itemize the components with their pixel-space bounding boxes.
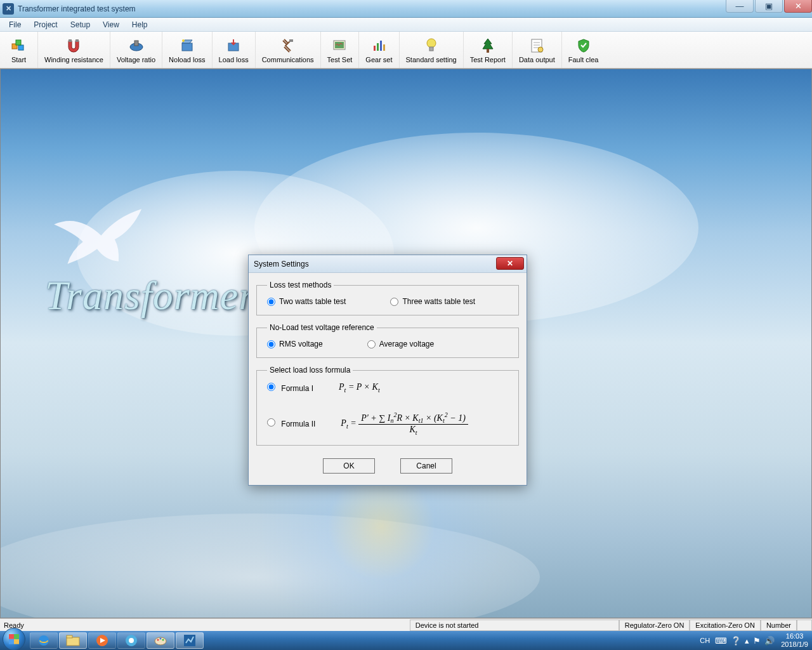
menu-file[interactable]: File (3, 19, 27, 30)
tool-label: Noload loss (169, 56, 205, 63)
menu-help[interactable]: Help (126, 19, 154, 30)
group-loss-test-methods: Loss test methods Two watts table test T… (256, 281, 519, 315)
tool-label: Voltage ratio (117, 56, 155, 63)
radio-label: RMS voltage (279, 340, 323, 348)
radio-two-watts[interactable]: Two watts table test (267, 297, 346, 306)
tool-load-loss[interactable]: Load loss (213, 32, 256, 68)
bulb-icon (422, 37, 440, 55)
tool-label: Start (11, 56, 26, 63)
taskbar: CH ⌨ ❔ ▴ ⚑ 🔊 16:03 2018/1/9 (0, 631, 812, 650)
box-open-icon (178, 37, 196, 55)
taskbar-clock[interactable]: 16:03 2018/1/9 (781, 632, 808, 649)
radio-input[interactable] (267, 340, 275, 348)
svg-rect-15 (380, 41, 382, 51)
tool-data-output[interactable]: Data output (513, 32, 562, 68)
radio-input[interactable] (267, 383, 275, 391)
menu-setup[interactable]: Setup (64, 19, 96, 30)
radio-input[interactable] (267, 298, 275, 306)
tray-speaker-icon[interactable]: 🔊 (764, 636, 775, 646)
toolbar: Start Winding resistance Voltage ratio N… (0, 32, 812, 69)
taskbar-browser[interactable] (117, 632, 145, 649)
tree-icon (479, 37, 497, 55)
taskbar-ie[interactable] (30, 632, 58, 649)
radio-label: Average voltage (379, 340, 435, 348)
group-legend: Select load loss formula (267, 366, 353, 375)
menu-view[interactable]: View (96, 19, 126, 30)
menu-project[interactable]: Project (27, 19, 63, 30)
svg-rect-7 (182, 43, 192, 51)
app-icon: ✕ (3, 3, 14, 15)
tool-winding-resistance[interactable]: Winding resistance (38, 32, 110, 68)
cancel-button[interactable]: Canel (400, 458, 452, 474)
tool-label: Standard setting (406, 56, 457, 63)
svg-rect-10 (289, 39, 293, 42)
ok-button[interactable]: OK (323, 458, 375, 474)
minimize-button[interactable]: — (726, 0, 754, 13)
tray-flag-icon[interactable]: ⚑ (753, 636, 761, 646)
radio-label: Three watts table test (402, 297, 475, 306)
radio-input[interactable] (367, 340, 376, 348)
tool-fault-clear[interactable]: Fault clea (562, 32, 605, 68)
taskbar-paint[interactable] (147, 632, 174, 649)
close-button[interactable]: ✕ (784, 0, 812, 13)
svg-rect-14 (377, 43, 379, 51)
svg-point-24 (538, 47, 543, 52)
system-tray: CH ⌨ ❔ ▴ ⚑ 🔊 16:03 2018/1/9 (696, 631, 812, 650)
radio-average-voltage[interactable]: Average voltage (367, 340, 435, 348)
radio-rms-voltage[interactable]: RMS voltage (267, 340, 323, 348)
tool-gear-set[interactable]: Gear set (359, 32, 399, 68)
tray-chevron-icon[interactable]: ▴ (745, 636, 749, 646)
radio-three-watts[interactable]: Three watts table test (390, 297, 475, 306)
ime-indicator[interactable]: CH (700, 637, 710, 644)
svg-rect-16 (383, 44, 385, 51)
group-legend: No-Load test voltage reference (267, 323, 377, 332)
svg-rect-6 (134, 41, 138, 46)
svg-rect-4 (75, 39, 79, 42)
system-settings-dialog: System Settings ✕ Loss test methods Two … (248, 255, 527, 486)
shield-icon (575, 37, 593, 55)
svg-rect-3 (69, 39, 72, 42)
paper-icon (528, 37, 546, 55)
radio-formula-2[interactable]: Formula II (267, 418, 315, 428)
radio-label: Formula I (281, 384, 313, 393)
tool-standard-setting[interactable]: Standard setting (400, 32, 464, 68)
svg-rect-2 (16, 40, 21, 45)
start-button[interactable] (3, 628, 25, 650)
svg-point-17 (427, 39, 436, 48)
radio-input[interactable] (267, 418, 275, 427)
tool-label: Data output (519, 56, 555, 63)
group-load-loss-formula: Select load loss formula Formula I Pt = … (256, 366, 519, 446)
taskbar-app[interactable] (176, 632, 204, 649)
status-device: Device is not started (410, 620, 619, 631)
svg-point-33 (160, 638, 162, 640)
radio-label: Two watts table test (279, 297, 346, 306)
radio-formula-1[interactable]: Formula I (267, 383, 313, 393)
taskbar-explorer[interactable] (59, 632, 87, 649)
monitor-icon (331, 37, 348, 55)
tray-help-icon[interactable]: ❔ (731, 636, 741, 646)
tool-communications[interactable]: Communications (256, 32, 321, 68)
menu-bar: File Project Setup View Help (0, 18, 812, 32)
tool-label: Winding resistance (44, 56, 103, 63)
tool-noload-loss[interactable]: Noload loss (162, 32, 212, 68)
group-legend: Loss test methods (267, 281, 334, 289)
main-canvas: Transformer test system System Settings … (0, 69, 812, 618)
dialog-close-button[interactable]: ✕ (496, 257, 524, 270)
svg-rect-1 (18, 45, 23, 50)
motor-icon (128, 37, 145, 55)
svg-rect-13 (374, 46, 376, 51)
taskbar-media[interactable] (88, 632, 116, 649)
maximize-button[interactable]: ▣ (755, 0, 783, 13)
radio-label: Formula II (281, 420, 315, 428)
tray-keyboard-icon[interactable]: ⌨ (715, 636, 727, 646)
svg-point-8 (182, 39, 185, 42)
svg-point-32 (157, 639, 159, 641)
tool-start[interactable]: Start (0, 32, 38, 68)
box-arrow-icon (225, 37, 242, 55)
status-excitation: Excitation-Zero ON (690, 620, 761, 631)
tool-test-set[interactable]: Test Set (321, 32, 360, 68)
tool-test-report[interactable]: Test Report (464, 32, 513, 68)
dialog-titlebar[interactable]: System Settings ✕ (249, 255, 527, 273)
tool-voltage-ratio[interactable]: Voltage ratio (110, 32, 162, 68)
radio-input[interactable] (390, 298, 398, 306)
